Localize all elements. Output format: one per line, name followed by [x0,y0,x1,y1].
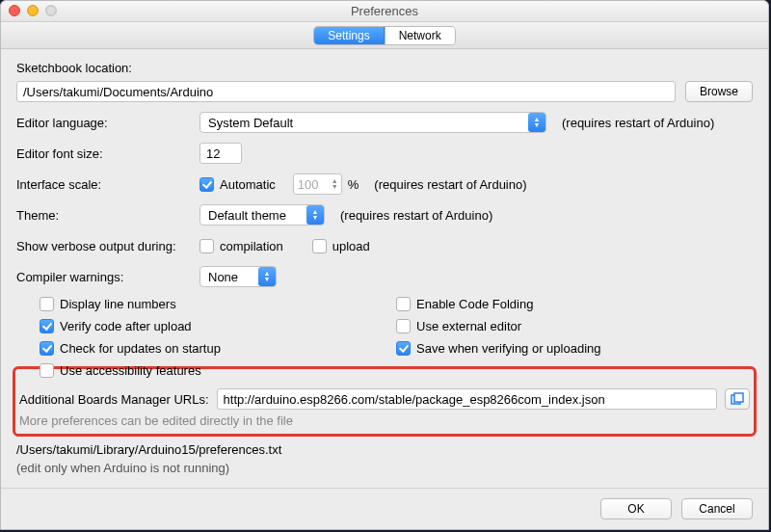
theme-label: Theme: [16,208,199,223]
option-label: Verify code after upload [60,319,192,333]
boards-url-label: Additional Boards Manager URLs: [19,392,209,407]
ok-button[interactable]: OK [600,498,672,519]
maximize-icon [45,5,57,16]
tab-bar: Settings Network [1,22,768,49]
verbose-upload-checkbox[interactable] [312,239,327,253]
window-title: Preferences [351,4,418,18]
prefs-path: /Users/takumi/Library/Arduino15/preferen… [16,442,753,457]
checkbox-row: Use accessibility features [40,363,396,378]
checkbox-row: Enable Code Folding [396,297,753,311]
option-checkbox[interactable] [396,341,411,356]
option-label: Enable Code Folding [416,297,533,311]
editor-language-note: (requires restart of Arduino) [562,116,714,130]
titlebar: Preferences [1,1,768,22]
svg-rect-1 [734,393,743,402]
dialog-footer: OK Cancel [1,488,768,529]
checkbox-row: Verify code after upload [40,319,396,333]
window-icon [731,392,744,406]
edit-note: (edit only when Arduino is not running) [16,461,753,475]
chevron-icon: ▲▼ [528,113,545,132]
interface-scale-auto-checkbox[interactable] [199,177,214,192]
interface-scale-note: (requires restart of Arduino) [374,177,526,192]
minimize-icon[interactable] [27,5,39,16]
option-label: Save when verifying or uploading [416,341,601,356]
tab-settings[interactable]: Settings [314,27,384,44]
editor-language-label: Editor language: [16,116,199,130]
interface-scale-auto-label: Automatic [220,177,276,192]
theme-select[interactable]: Default theme ▲▼ [199,204,325,226]
preferences-window: Preferences Settings Network Sketchbook … [0,0,769,530]
option-label: Use accessibility features [60,363,201,378]
cancel-button[interactable]: Cancel [681,498,753,519]
interface-scale-stepper[interactable]: ▲▼ [293,173,342,195]
font-size-input[interactable] [199,143,242,164]
option-checkbox[interactable] [40,341,54,356]
option-label: Use external editor [416,319,521,333]
compiler-warnings-label: Compiler warnings: [16,270,199,284]
option-checkbox[interactable] [396,319,411,333]
checkbox-row: Use external editor [396,319,753,333]
checkbox-row: Save when verifying or uploading [396,341,753,356]
boards-url-expand-button[interactable] [725,388,750,410]
compiler-warnings-select[interactable]: None ▲▼ [199,266,277,287]
interface-scale-label: Interface scale: [16,177,199,192]
chevron-icon: ▲▼ [258,267,276,286]
boards-url-input[interactable] [217,388,717,410]
traffic-lights [9,5,57,16]
sketchbook-label: Sketchbook location: [16,61,753,75]
more-prefs-line: More preferences can be edited directly … [19,413,750,428]
checkbox-row: Check for updates on startup [40,341,396,356]
option-checkbox[interactable] [396,297,411,311]
verbose-upload-label: upload [332,239,370,253]
verbose-compilation-label: compilation [220,239,283,253]
option-checkbox[interactable] [40,319,54,333]
font-size-label: Editor font size: [16,146,199,161]
stepper-icon: ▲▼ [329,178,341,190]
chevron-icon: ▲▼ [306,205,324,225]
theme-note: (requires restart of Arduino) [340,208,492,223]
sketchbook-path-input[interactable] [16,81,676,102]
option-label: Display line numbers [60,297,176,311]
option-checkbox[interactable] [40,363,54,378]
editor-language-select[interactable]: System Default ▲▼ [199,112,546,133]
option-label: Check for updates on startup [60,341,221,356]
option-checkbox[interactable] [40,297,54,311]
tab-network[interactable]: Network [385,27,455,44]
browse-button[interactable]: Browse [685,81,753,102]
checkbox-row: Display line numbers [40,297,396,311]
verbose-label: Show verbose output during: [16,239,199,253]
close-icon[interactable] [9,5,20,16]
verbose-compilation-checkbox[interactable] [199,239,214,253]
